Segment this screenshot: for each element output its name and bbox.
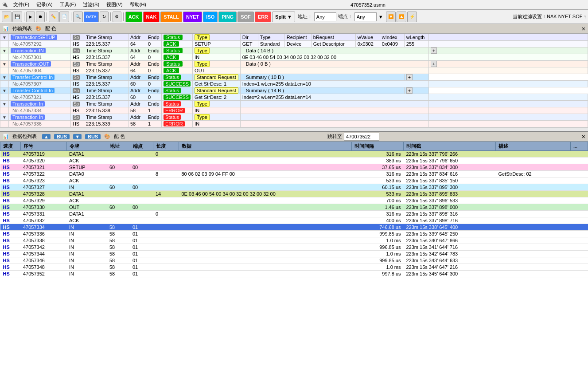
cell-no: 47057336 (20, 231, 66, 237)
cell-no: 47057344 (20, 251, 66, 257)
collapse-arrow[interactable]: ▼ (2, 35, 7, 40)
status-ack: ACK (164, 41, 179, 47)
status-ack: ACK (164, 68, 179, 73)
menu-file[interactable]: 文件(F) (10, 1, 33, 8)
filter-nak[interactable]: NAK (143, 12, 160, 22)
collapse-arrow[interactable]: ▼ (2, 88, 7, 93)
cell-more (571, 264, 588, 271)
edit-button[interactable]: ✏️ (49, 12, 58, 22)
table-row: HS 47057329 ACK 700 ns 223m 15s 337' 896… (0, 197, 588, 204)
expand-icon[interactable]: + (431, 61, 437, 67)
filter-err[interactable]: ERR (255, 12, 271, 22)
menu-record[interactable]: 记录(A) (33, 1, 56, 8)
cell-len (153, 164, 179, 171)
color-label2[interactable]: 配 色 (114, 133, 125, 140)
cell-timestamp: 223m 15s 344' 647' 216 (404, 264, 496, 271)
cell-len: 14 (153, 191, 179, 197)
collapse-arrow[interactable]: ▼ (2, 102, 7, 106)
collapse-arrow[interactable]: ▼ (2, 115, 7, 120)
record-button[interactable]: ⏺ (36, 12, 45, 22)
data-panel: 📊 数据包列表 ▲ BUS ▼ BUS 🎨 配 色 跳转至 × 速度 序号 令牌 (0, 132, 588, 382)
collapse-arrow[interactable]: ▼ (2, 62, 7, 67)
data-panel-close[interactable]: × (582, 134, 585, 140)
cell-data (179, 251, 352, 257)
expand-icon[interactable]: + (431, 47, 437, 54)
refresh-button[interactable]: ↻ (100, 12, 109, 22)
cell-interval: 700 ns (352, 197, 404, 204)
collapse-arrow[interactable]: ▼ (2, 75, 7, 80)
filter-ack[interactable]: ACK (125, 12, 142, 22)
table-row: No.47057321 HS 223:15.337 60 0 SUCCESS G… (0, 94, 588, 101)
collapse-arrow[interactable]: ▼ (2, 48, 7, 53)
expand-icon[interactable]: + (406, 87, 413, 94)
status-success: SUCCESS (164, 95, 191, 100)
cell-more (571, 184, 588, 191)
menu-filter[interactable]: 过滤(S) (79, 1, 103, 8)
transfer-panel-close[interactable]: × (582, 26, 585, 32)
filter-icon-3[interactable]: ⚡ (407, 12, 417, 22)
type-tag: Type (195, 114, 210, 120)
data-table-scroll[interactable]: 速度 序号 令牌 地址 端点 长度 数据 时间间隔 时间戳 描述 ... H (0, 142, 588, 382)
cell-speed: HS (0, 264, 21, 271)
sp-tag: Sp (73, 102, 80, 106)
cell-interval: 996.85 us (352, 244, 404, 251)
transfer-table-scroll[interactable]: ▼ Transaction:SETUP Sp Time Stamp Addr E… (0, 34, 588, 127)
cell-addr: 60 (107, 184, 130, 191)
expand-icon[interactable]: + (406, 74, 413, 80)
transfer-table: ▼ Transaction:SETUP Sp Time Stamp Addr E… (0, 34, 588, 127)
scroll-bar[interactable] (0, 127, 588, 131)
transfer-panel-title: 传输列表 (12, 25, 32, 32)
menu-view[interactable]: 视图(V) (103, 1, 126, 8)
save-button[interactable]: 💾 (12, 12, 22, 22)
filter-ping[interactable]: PING (218, 12, 237, 22)
filter-icon-1[interactable]: 🔽 (386, 12, 396, 22)
goto-input[interactable] (344, 133, 379, 141)
settings-button[interactable]: ⚙ (113, 12, 121, 22)
filter-icons: 🔽 🔼 ⚡ (386, 12, 417, 22)
filter-sof[interactable]: SOF (238, 12, 254, 22)
chevron-down-icon[interactable]: ▼ (378, 14, 383, 20)
copy-button[interactable]: 📄 (59, 12, 69, 22)
menu-help[interactable]: 帮助(H) (126, 1, 150, 8)
cell-data (179, 271, 352, 277)
table-row: No.47057334 HS 223:15.338 58 1 ERROR IN (0, 107, 588, 114)
filter-stall[interactable]: STALL (160, 12, 182, 22)
filter-split[interactable]: Split ▼ (272, 12, 295, 22)
cell-speed: HS (0, 244, 21, 251)
cell-more (571, 224, 588, 231)
type-tag: Type (195, 61, 210, 67)
sp-tag: Sp (73, 35, 80, 40)
cell-interval: 37.65 us (352, 164, 404, 171)
endpoint-input[interactable] (354, 12, 377, 21)
cell-endp: 01 (130, 271, 153, 277)
transaction-tag: Transaction:SETUP (11, 35, 57, 40)
menu-tools[interactable]: 工具(E) (56, 1, 80, 8)
sp-tag: Sp (73, 48, 80, 53)
data-panel-icon: 📊 (3, 134, 9, 139)
cell-interval: 316 ns (352, 211, 404, 217)
cell-no: 47057327 (20, 184, 66, 191)
cell-desc (496, 204, 571, 211)
play-button[interactable]: ▶ (26, 12, 35, 22)
cell-data (179, 264, 352, 271)
search-button[interactable]: 🔍 (73, 12, 83, 22)
cell-speed: HS (0, 217, 21, 224)
addr-input[interactable] (314, 12, 336, 21)
sep1 (24, 12, 24, 21)
filter-icon-2[interactable]: 🔼 (397, 12, 406, 22)
filter-iso[interactable]: ISO (203, 12, 218, 22)
filter-nyet[interactable]: NYET (183, 12, 202, 22)
open-button[interactable]: 📂 (2, 12, 12, 22)
cell-interval: 1.0 ms (352, 237, 404, 244)
cell-len (153, 184, 179, 191)
cell-timestamp: 223m 15s 338' 645' 400 (404, 224, 496, 231)
color-label[interactable]: 配 色 (45, 25, 56, 32)
cell-timestamp: 223m 15s 343' 644' 633 (404, 257, 496, 264)
cell-endp (130, 151, 153, 158)
cell-endp: 01 (130, 264, 153, 271)
bus-label-1[interactable]: BUS (54, 134, 70, 139)
bus-label-2[interactable]: BUS (85, 134, 101, 139)
cell-len (153, 237, 179, 244)
data-button[interactable]: DATA (84, 12, 99, 22)
cell-addr (107, 197, 130, 204)
